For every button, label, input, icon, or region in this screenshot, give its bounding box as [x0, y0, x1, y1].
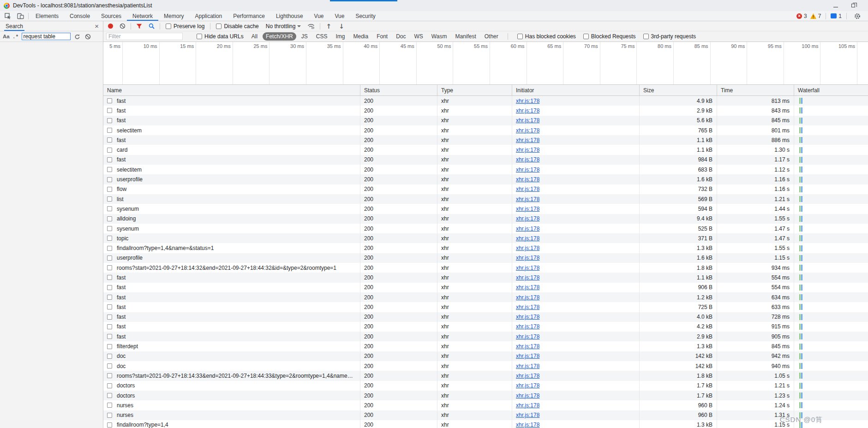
initiator-link[interactable]: xhr.js:178 [516, 363, 539, 369]
cell-name[interactable]: findallroom?type=1,4&name=&status=1 [103, 243, 360, 253]
table-row[interactable]: fast200xhrxhr.js:1785.6 kB845 ms [103, 116, 868, 125]
table-row[interactable]: findallroom?type=1,4200xhrxhr.js:1781.3 … [103, 420, 868, 428]
row-checkbox[interactable] [107, 177, 112, 182]
table-row[interactable]: filterdept200xhrxhr.js:1781.3 kB845 ms [103, 341, 868, 351]
table-row[interactable]: findallroom?type=1,4&name=&status=1200xh… [103, 243, 868, 253]
tab-network[interactable]: Network [127, 11, 158, 21]
initiator-link[interactable]: xhr.js:178 [516, 382, 539, 389]
cell-name[interactable]: doctors [103, 381, 360, 391]
network-conditions-icon[interactable] [305, 24, 317, 29]
initiator-link[interactable]: xhr.js:178 [516, 402, 539, 409]
cell-name[interactable]: fast [103, 332, 360, 341]
table-row[interactable]: card200xhrxhr.js:1781.1 kB1.30 s [103, 145, 868, 155]
blocked-requests-checkbox[interactable]: Blocked Requests [583, 33, 636, 40]
row-checkbox[interactable] [107, 157, 112, 162]
tab-lighthouse[interactable]: Lighthouse [270, 11, 309, 21]
row-checkbox[interactable] [107, 118, 112, 123]
cell-name[interactable]: doctors [103, 391, 360, 400]
cell-name[interactable]: fast [103, 155, 360, 165]
initiator-link[interactable]: xhr.js:178 [516, 294, 539, 301]
tab-memory[interactable]: Memory [158, 11, 189, 21]
table-row[interactable]: doc200xhrxhr.js:178142 kB942 ms [103, 351, 868, 361]
row-checkbox[interactable] [107, 295, 112, 300]
cell-name[interactable]: fast [103, 283, 360, 292]
initiator-link[interactable]: xhr.js:178 [516, 98, 539, 104]
console-warnings-badge[interactable]: 7 [810, 13, 821, 19]
table-row[interactable]: fast200xhrxhr.js:1784.0 kB728 ms [103, 312, 868, 322]
hide-data-urls-checkbox[interactable]: Hide data URLs [197, 33, 244, 40]
filter-pill-css[interactable]: CSS [313, 32, 331, 41]
cell-name[interactable]: findallroom?type=1,4 [103, 420, 360, 428]
filter-pill-font[interactable]: Font [373, 32, 391, 41]
row-checkbox[interactable] [107, 413, 112, 418]
initiator-link[interactable]: xhr.js:178 [516, 353, 539, 359]
search-input[interactable] [22, 33, 71, 40]
table-row[interactable]: fast200xhrxhr.js:178906 B554 ms [103, 283, 868, 292]
issues-badge[interactable]: 1 [831, 13, 842, 19]
initiator-link[interactable]: xhr.js:178 [516, 235, 539, 242]
filter-pill-other[interactable]: Other [481, 32, 502, 41]
cell-name[interactable]: selectitem [103, 165, 360, 174]
initiator-link[interactable]: xhr.js:178 [516, 147, 539, 153]
filter-pill-fetch-xhr[interactable]: Fetch/XHR [263, 32, 296, 41]
row-checkbox[interactable] [107, 206, 112, 211]
disable-cache-checkbox[interactable]: Disable cache [216, 23, 258, 30]
tab-console[interactable]: Console [64, 11, 96, 21]
row-checkbox[interactable] [107, 187, 112, 192]
table-row[interactable]: fast200xhrxhr.js:1781.1 kB886 ms [103, 135, 868, 145]
cell-name[interactable]: userprofile [103, 253, 360, 263]
initiator-link[interactable]: xhr.js:178 [516, 265, 539, 271]
row-checkbox[interactable] [107, 108, 112, 113]
initiator-link[interactable]: xhr.js:178 [516, 314, 539, 320]
row-checkbox[interactable] [107, 285, 112, 290]
cell-name[interactable]: nurses [103, 410, 360, 420]
table-row[interactable]: rooms?start=2021-09-27+18:14:33&end=2021… [103, 371, 868, 380]
tab-elements[interactable]: Elements [30, 11, 64, 21]
cell-name[interactable]: selectitem [103, 125, 360, 135]
has-blocked-cookies-checkbox[interactable]: Has blocked cookies [517, 33, 576, 40]
cell-name[interactable]: topic [103, 233, 360, 243]
initiator-link[interactable]: xhr.js:178 [516, 274, 539, 281]
preserve-log-checkbox[interactable]: Preserve log [166, 23, 204, 30]
record-icon[interactable] [105, 24, 116, 29]
initiator-link[interactable]: xhr.js:178 [516, 107, 539, 114]
column-header-status[interactable]: Status [360, 85, 437, 95]
table-row[interactable]: rooms?start=2021-09-27+18:14:32&end=2021… [103, 263, 868, 273]
table-row[interactable]: doc200xhrxhr.js:178142 kB940 ms [103, 361, 868, 371]
cell-name[interactable]: nurses [103, 400, 360, 410]
tab-performance[interactable]: Performance [227, 11, 270, 21]
table-row[interactable]: topic200xhrxhr.js:178371 B1.47 s [103, 233, 868, 243]
settings-gear-icon[interactable] [851, 13, 863, 19]
clear-network-icon[interactable] [117, 23, 128, 29]
initiator-link[interactable]: xhr.js:178 [516, 333, 539, 340]
row-checkbox[interactable] [107, 304, 112, 309]
filter-pill-manifest[interactable]: Manifest [452, 32, 479, 41]
row-checkbox[interactable] [107, 344, 112, 349]
table-row[interactable]: userprofile200xhrxhr.js:1781.6 kB1.15 s [103, 253, 868, 263]
row-checkbox[interactable] [107, 148, 112, 153]
cell-name[interactable]: filterdept [103, 341, 360, 351]
row-checkbox[interactable] [107, 324, 112, 329]
table-row[interactable]: doctors200xhrxhr.js:1781.7 kB1.21 s [103, 381, 868, 391]
table-row[interactable]: fast200xhrxhr.js:178725 B633 ms [103, 302, 868, 312]
row-checkbox[interactable] [107, 275, 112, 280]
row-checkbox[interactable] [107, 246, 112, 251]
column-header-size[interactable]: Size [640, 85, 717, 95]
table-row[interactable]: fast200xhrxhr.js:1781.1 kB554 ms [103, 273, 868, 282]
cell-name[interactable]: flow [103, 184, 360, 194]
row-checkbox[interactable] [107, 403, 112, 408]
table-row[interactable]: alldoing200xhrxhr.js:1789.4 kB1.55 s [103, 214, 868, 224]
table-row[interactable]: fast200xhrxhr.js:1781.2 kB634 ms [103, 292, 868, 302]
tab-vue-2[interactable]: Vue [329, 11, 350, 21]
cell-name[interactable]: doc [103, 361, 360, 371]
search-icon[interactable] [146, 23, 157, 29]
table-row[interactable]: fast200xhrxhr.js:1782.9 kB905 ms [103, 332, 868, 341]
row-checkbox[interactable] [107, 137, 112, 143]
column-header-time[interactable]: Time [717, 85, 794, 95]
row-checkbox[interactable] [107, 393, 112, 398]
row-checkbox[interactable] [107, 167, 112, 172]
tab-sources[interactable]: Sources [96, 11, 127, 21]
initiator-link[interactable]: xhr.js:178 [516, 343, 539, 350]
column-header-initiator[interactable]: Initiator [512, 85, 640, 95]
console-errors-badge[interactable]: 3 [796, 13, 807, 19]
